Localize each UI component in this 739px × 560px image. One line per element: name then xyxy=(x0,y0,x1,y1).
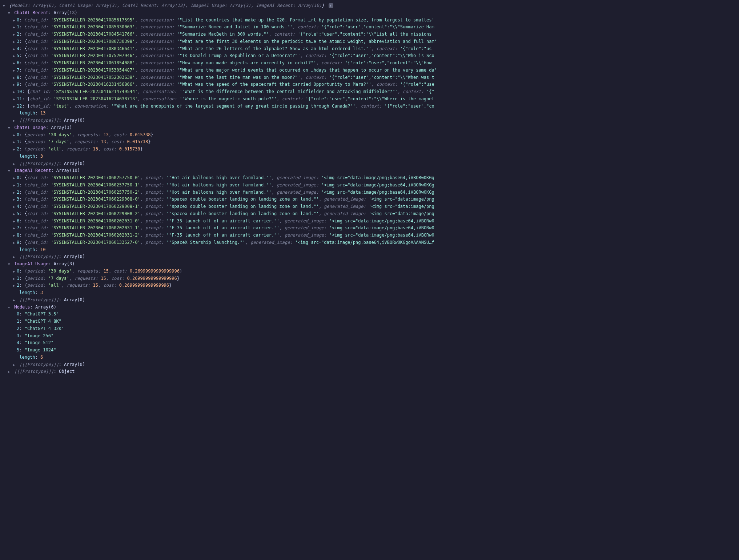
caret-icon[interactable] xyxy=(13,275,17,282)
caret-icon[interactable] xyxy=(13,297,17,303)
array-item[interactable]: 11: {chat_id: 'SYSINSTALLER-202304162146… xyxy=(13,96,736,103)
array-item[interactable]: 0: {period: '30 days', requests: 15, cos… xyxy=(13,268,736,275)
caret-icon[interactable] xyxy=(13,60,17,67)
caret-icon[interactable] xyxy=(13,39,17,45)
array-item[interactable]: 12: {chat_id: 'test', conversation: '"Wh… xyxy=(13,103,736,110)
caret-icon[interactable] xyxy=(13,232,17,239)
caret-icon[interactable] xyxy=(8,304,12,311)
array-item[interactable]: 1: "ChatGPT 4 8K" xyxy=(13,318,736,325)
array-item[interactable]: 0: {chat_id: 'SYSINSTALLER-2023041708561… xyxy=(13,17,736,24)
array-item[interactable]: 9: {chat_id: 'SYSINSTALLER-2023041706013… xyxy=(13,239,736,246)
array-item[interactable]: 5: {chat_id: 'SYSINSTALLER-2023041707520… xyxy=(13,52,736,60)
array-item[interactable]: 3: {chat_id: 'SYSINSTALLER-2023041706022… xyxy=(13,196,736,203)
caret-icon[interactable] xyxy=(13,189,17,196)
caret-icon[interactable] xyxy=(13,139,17,145)
section-models[interactable]: Models: Array(6) xyxy=(8,304,736,311)
prototype-row[interactable]: [[[Prototype]]]: Array(0) xyxy=(13,160,736,168)
array-item[interactable]: 2: {period: 'all', requests: 13, cost: 0… xyxy=(13,146,736,153)
section-img-recent[interactable]: ImageAI Recent: Array(10) xyxy=(8,167,736,174)
caret-icon[interactable] xyxy=(13,225,17,231)
caret-icon[interactable] xyxy=(13,53,17,59)
root-prototype-row[interactable]: [[[Prototype]]]: Object xyxy=(8,368,736,375)
array-item[interactable]: 2: {chat_id: 'SYSINSTALLER-2023041706025… xyxy=(13,189,736,196)
array-item[interactable]: 6: {chat_id: 'SYSINSTALLER-2023041706185… xyxy=(13,60,736,67)
caret-icon[interactable] xyxy=(13,268,17,275)
length-row: length: 6 xyxy=(13,354,736,361)
caret-icon[interactable] xyxy=(13,24,17,31)
length-row: length: 3 xyxy=(13,153,736,160)
array-item[interactable]: 2: {chat_id: 'SYSINSTALLER-2023041708454… xyxy=(13,31,736,38)
array-item[interactable]: 7: {chat_id: 'SYSINSTALLER-2023041706020… xyxy=(13,225,736,232)
prototype-row[interactable]: [[[Prototype]]]: Array(0) xyxy=(13,361,736,368)
caret-icon[interactable] xyxy=(8,10,12,16)
section-chat-recent[interactable]: ChatAI Recent: Array(13) xyxy=(8,9,736,17)
caret-icon[interactable] xyxy=(8,368,12,375)
caret-icon[interactable] xyxy=(13,117,17,124)
caret-icon[interactable] xyxy=(13,96,17,102)
length-row: length: 13 xyxy=(13,110,736,117)
length-row: length: 3 xyxy=(13,289,736,297)
caret-icon[interactable] xyxy=(3,3,7,9)
caret-icon[interactable] xyxy=(13,175,17,181)
info-icon[interactable]: i xyxy=(329,3,333,8)
caret-icon[interactable] xyxy=(13,132,17,138)
array-item[interactable]: 4: "Image 512" xyxy=(13,339,736,347)
array-item[interactable]: 0: {chat_id: 'SYSINSTALLER-2023041706025… xyxy=(13,174,736,182)
caret-icon[interactable] xyxy=(13,218,17,225)
array-item[interactable]: 7: {chat_id: 'SYSINSTALLER-2023041705305… xyxy=(13,67,736,74)
array-item[interactable]: 4: {chat_id: 'SYSINSTALLER-2023041708034… xyxy=(13,45,736,53)
array-item[interactable]: 8: {chat_id: 'SYSINSTALLER-2023041706020… xyxy=(13,232,736,239)
caret-icon[interactable] xyxy=(13,103,17,110)
prototype-row[interactable]: [[[Prototype]]]: Array(0) xyxy=(13,297,736,304)
caret-icon[interactable] xyxy=(13,46,17,52)
caret-icon[interactable] xyxy=(8,125,12,131)
caret-icon[interactable] xyxy=(13,161,17,167)
array-item[interactable]: 3: "Image 256" xyxy=(13,333,736,340)
array-item[interactable]: 1: {chat_id: 'SYSINSTALLER-2023041706025… xyxy=(13,182,736,189)
caret-icon[interactable] xyxy=(13,362,17,368)
root-object-summary[interactable]: {Models: Array(6), ChatAI Usage: Array(3… xyxy=(3,2,736,9)
section-img-usage[interactable]: ImageAI Usage: Array(3) xyxy=(8,261,736,268)
array-item[interactable]: 2: "ChatGPT 4 32K" xyxy=(13,325,736,333)
caret-icon[interactable] xyxy=(13,211,17,217)
caret-icon[interactable] xyxy=(13,89,17,95)
array-item[interactable]: 2: {period: 'all', requests: 15, cost: 0… xyxy=(13,282,736,289)
array-item[interactable]: 10: {chat_id: 'SYSINSTALLER-202304162147… xyxy=(13,88,736,96)
console-object-tree: {Models: Array(6), ChatAI Usage: Array(3… xyxy=(0,0,739,386)
prototype-row[interactable]: [[[Prototype]]]: Array(0) xyxy=(13,253,736,261)
caret-icon[interactable] xyxy=(13,67,17,74)
length-row: length: 10 xyxy=(13,246,736,254)
caret-icon[interactable] xyxy=(13,74,17,81)
array-item[interactable]: 5: "Image 1024" xyxy=(13,347,736,354)
caret-icon[interactable] xyxy=(13,146,17,153)
array-item[interactable]: 6: {chat_id: 'SYSINSTALLER-2023041706020… xyxy=(13,218,736,225)
caret-icon[interactable] xyxy=(13,81,17,88)
array-item[interactable]: 0: "ChatGPT 3.5" xyxy=(13,311,736,318)
caret-icon[interactable] xyxy=(13,282,17,289)
array-item[interactable]: 1: {period: '7 days', requests: 13, cost… xyxy=(13,138,736,146)
caret-icon[interactable] xyxy=(13,196,17,203)
array-item[interactable]: 1: {chat_id: 'SYSINSTALLER-2023041708533… xyxy=(13,24,736,31)
array-item[interactable]: 8: {chat_id: 'SYSINSTALLER-2023041705230… xyxy=(13,74,736,81)
prototype-row[interactable]: [[[Prototype]]]: Array(0) xyxy=(13,117,736,124)
array-item[interactable]: 5: {chat_id: 'SYSINSTALLER-2023041706022… xyxy=(13,210,736,218)
section-chat-usage[interactable]: ChatAI Usage: Array(3) xyxy=(8,124,736,132)
caret-icon[interactable] xyxy=(8,168,12,174)
array-item[interactable]: 1: {period: '7 days', requests: 15, cost… xyxy=(13,275,736,282)
array-item[interactable]: 0: {period: '30 days', requests: 13, cos… xyxy=(13,132,736,139)
caret-icon[interactable] xyxy=(13,17,17,24)
caret-icon[interactable] xyxy=(13,182,17,189)
caret-icon[interactable] xyxy=(13,31,17,38)
caret-icon[interactable] xyxy=(8,261,12,267)
caret-icon[interactable] xyxy=(13,254,17,260)
array-item[interactable]: 3: {chat_id: 'SYSINSTALLER-2023041708073… xyxy=(13,38,736,45)
array-item[interactable]: 9: {chat_id: 'SYSINSTALLER-2023041623145… xyxy=(13,81,736,88)
caret-icon[interactable] xyxy=(13,239,17,246)
caret-icon[interactable] xyxy=(13,204,17,210)
array-item[interactable]: 4: {chat_id: 'SYSINSTALLER-2023041706022… xyxy=(13,203,736,210)
